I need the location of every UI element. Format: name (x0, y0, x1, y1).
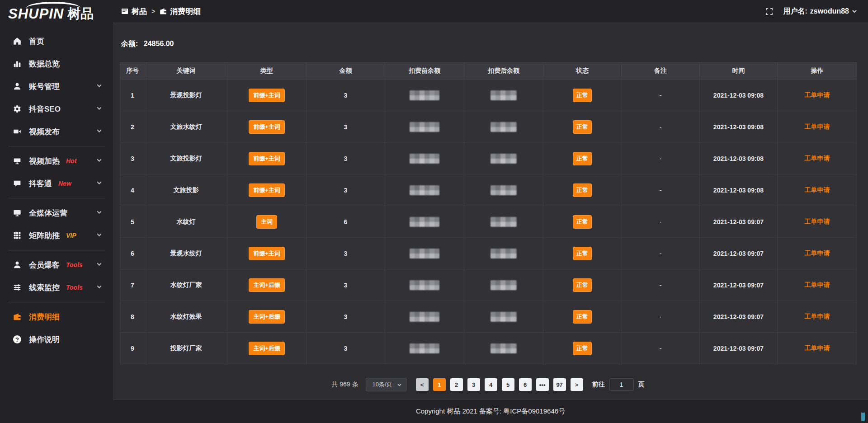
status-badge: 正常 (573, 310, 592, 324)
masked-balance-before (410, 185, 439, 195)
chevron-down-icon (96, 261, 102, 269)
fullscreen-button[interactable] (765, 8, 773, 15)
cell-action: 工单申请 (778, 143, 857, 174)
sidebar-item-account-mgmt[interactable]: 账号管理 (0, 75, 113, 98)
table-row: 3 文旅投影灯 前缀+主词 3 正常 - 2021-12-03 09:08 工单… (120, 143, 857, 174)
masked-balance-before (410, 217, 439, 227)
grid-icon (13, 231, 22, 240)
cell-balance-after (464, 80, 543, 111)
cell-balance-after (464, 333, 543, 364)
cell-status: 正常 (543, 333, 622, 364)
cell-type: 前缀+主词 (227, 111, 307, 143)
work-order-link[interactable]: 工单申请 (805, 123, 830, 130)
masked-balance-after (491, 154, 517, 164)
sidebar: SHUPIN 树品 首页 数据总览 账号管理 抖音SEO (0, 0, 113, 423)
home-icon (13, 37, 22, 46)
user-menu[interactable]: 用户名: zswodun88 (783, 7, 857, 16)
footer: Copyright 树品 2021 备案号: 粤ICP备09019646号 (113, 400, 868, 423)
work-order-link[interactable]: 工单申请 (805, 281, 830, 288)
page-size-value: 10条/页 (373, 381, 392, 389)
cell-time: 2021-12-03 09:08 (700, 143, 778, 174)
cell-seq: 9 (120, 333, 145, 364)
col-header-seq: 序号 (120, 63, 145, 80)
goto-page-input[interactable] (609, 378, 634, 391)
status-badge: 正常 (573, 247, 592, 260)
table-row: 4 文旅投影 前缀+主词 3 正常 - 2021-12-03 09:08 工单申… (120, 174, 857, 206)
pagination-page-button[interactable]: 1 (433, 378, 446, 391)
work-order-link[interactable]: 工单申请 (805, 313, 830, 320)
work-order-link[interactable]: 工单申请 (805, 186, 830, 193)
cell-balance-before (385, 333, 464, 364)
cell-keyword: 文旅投影 (145, 174, 227, 206)
cell-seq: 8 (120, 301, 145, 333)
pagination-ellipsis-button[interactable]: ••• (536, 378, 549, 391)
scrollbar-artifact (861, 413, 865, 421)
cell-remark: - (622, 111, 700, 143)
work-order-link[interactable]: 工单申请 (805, 218, 830, 225)
work-order-link[interactable]: 工单申请 (805, 249, 830, 257)
cell-balance-before (385, 206, 464, 238)
type-badge: 主词+后缀 (249, 310, 285, 324)
sidebar-item-instructions[interactable]: ? 操作说明 (0, 328, 113, 351)
masked-balance-before (410, 343, 439, 353)
cell-time: 2021-12-03 09:08 (700, 174, 778, 206)
cell-amount: 3 (307, 301, 385, 333)
sidebar-item-video-heat[interactable]: 视频加热 Hot (0, 150, 113, 172)
work-order-link[interactable]: 工单申请 (805, 91, 830, 99)
username-value: zswodun88 (810, 7, 849, 15)
cell-action: 工单申请 (778, 333, 857, 364)
masked-balance-after (491, 249, 517, 258)
pagination-page-button[interactable]: 4 (485, 378, 497, 391)
tools-badge: Tools (66, 261, 83, 268)
breadcrumb-current[interactable]: 消费明细 (160, 6, 201, 17)
cell-keyword: 景观投影灯 (145, 80, 227, 111)
chevron-down-icon (96, 82, 102, 90)
table-row: 9 投影灯厂家 主词+后缀 3 正常 - 2021-12-03 09:07 工单… (120, 333, 857, 364)
pagination-prev-button[interactable]: < (416, 378, 429, 391)
cell-seq: 2 (120, 111, 145, 143)
sidebar-item-lead-monitor[interactable]: 线索监控 Tools (0, 276, 113, 299)
apps-icon (121, 8, 128, 15)
pagination-page-button[interactable]: 5 (502, 378, 514, 391)
sidebar-item-matrix-boost[interactable]: 矩阵助推 VIP (0, 224, 113, 247)
cell-type: 前缀+主词 (227, 80, 307, 111)
pagination-page-button[interactable]: 97 (553, 378, 566, 391)
cell-seq: 7 (120, 269, 145, 301)
cell-seq: 4 (120, 174, 145, 206)
sidebar-item-member-baoke[interactable]: 会员爆客 Tools (0, 254, 113, 276)
cell-action: 工单申请 (778, 206, 857, 238)
cell-action: 工单申请 (778, 238, 857, 269)
col-header-status: 状态 (543, 63, 622, 80)
cell-seq: 6 (120, 238, 145, 269)
cell-action: 工单申请 (778, 174, 857, 206)
sidebar-item-douketong[interactable]: 抖客通 New (0, 172, 113, 195)
page-size-select[interactable]: 10条/页 (366, 378, 407, 391)
sidebar-item-video-publish[interactable]: 视频发布 (0, 120, 113, 143)
masked-balance-before (410, 312, 439, 322)
pagination-next-button[interactable]: > (571, 378, 583, 391)
cell-keyword: 水纹灯厂家 (145, 269, 227, 301)
sidebar-item-consumption-details[interactable]: 消费明细 (0, 306, 113, 328)
pagination-page-button[interactable]: 3 (467, 378, 480, 391)
sidebar-item-omnimedia[interactable]: 全媒体运营 (0, 202, 113, 224)
pagination-page-button[interactable]: 6 (519, 378, 532, 391)
masked-balance-after (491, 343, 517, 353)
cell-balance-before (385, 174, 464, 206)
user-icon (13, 260, 22, 269)
work-order-link[interactable]: 工单申请 (805, 155, 830, 162)
breadcrumb-separator: > (151, 8, 155, 15)
breadcrumb-home[interactable]: 树品 (121, 6, 147, 17)
sidebar-item-douyin-seo[interactable]: 抖音SEO (0, 98, 113, 120)
status-badge: 正常 (573, 342, 592, 355)
type-badge: 前缀+主词 (249, 247, 285, 260)
wallet-icon (13, 312, 22, 321)
balance-summary: 余额: 24856.00 (121, 39, 856, 49)
cell-remark: - (622, 80, 700, 111)
work-order-link[interactable]: 工单申请 (805, 344, 830, 352)
sidebar-item-data-overview[interactable]: 数据总览 (0, 52, 113, 75)
fullscreen-icon (765, 8, 773, 15)
cell-amount: 3 (307, 174, 385, 206)
main-content: 余额: 24856.00 序号 关键词 类型 金额 扣费前余额 扣费后余额 状态… (113, 23, 868, 400)
sidebar-item-home[interactable]: 首页 (0, 30, 113, 52)
pagination-page-button[interactable]: 2 (450, 378, 463, 391)
